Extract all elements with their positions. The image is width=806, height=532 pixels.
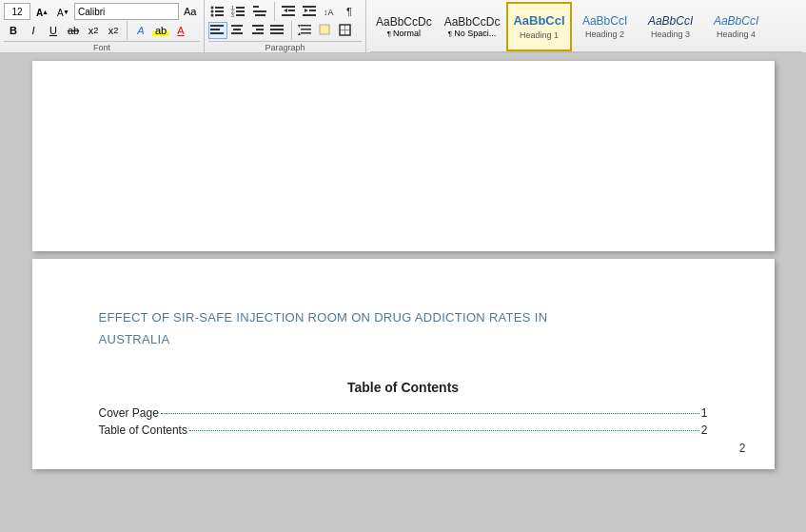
style-nospace-preview: AaBbCcDc: [444, 15, 501, 29]
font-name-input[interactable]: [74, 3, 179, 20]
svg-point-5: [211, 7, 214, 10]
page-1: [32, 61, 775, 251]
svg-point-7: [211, 10, 214, 13]
style-normal-preview: AaBbCcDc: [376, 15, 432, 29]
shading-btn[interactable]: [316, 22, 335, 39]
toc-page-toc: 2: [701, 424, 708, 437]
toc-dots-toc: [189, 430, 699, 431]
align-center-btn[interactable]: [228, 22, 247, 39]
borders-btn[interactable]: [336, 22, 355, 39]
svg-rect-37: [256, 29, 264, 30]
bold-btn[interactable]: B: [4, 22, 23, 39]
para-group-top: 1.2.3. ↕A ¶: [208, 2, 362, 21]
svg-rect-23: [282, 14, 295, 16]
svg-rect-6: [215, 7, 224, 9]
svg-rect-34: [233, 29, 241, 30]
toc-label-toc: Table of Contents: [99, 424, 187, 437]
toc-title: Table of Contents: [99, 380, 708, 395]
strikethrough-btn[interactable]: ab: [64, 22, 83, 39]
paragraph-group: 1.2.3. ↕A ¶: [205, 0, 366, 52]
highlight-btn[interactable]: ab: [151, 22, 170, 39]
style-heading4[interactable]: AaBbCcI Heading 4: [704, 2, 769, 51]
svg-text:Aa: Aa: [184, 6, 197, 17]
clear-format-btn[interactable]: Aa: [181, 3, 200, 20]
svg-rect-36: [252, 25, 264, 27]
italic-btn[interactable]: I: [24, 22, 43, 39]
page-2[interactable]: EFFECT OF SIR-SAFE INJECTION ROOM ON DRU…: [32, 259, 775, 469]
underline-btn[interactable]: U: [44, 22, 63, 39]
sort-btn[interactable]: ↕A: [322, 3, 341, 20]
svg-rect-31: [210, 29, 220, 30]
svg-rect-17: [253, 6, 259, 8]
svg-rect-26: [309, 10, 316, 11]
font-grow-btn[interactable]: A▲: [32, 3, 51, 20]
style-h4-label: Heading 4: [717, 30, 756, 39]
style-heading1[interactable]: AaBbCcI Heading 1: [506, 2, 571, 51]
svg-rect-40: [270, 29, 284, 30]
ribbon: A▲ A▼ Aa B I U ab x2 x2 A ab: [0, 0, 806, 53]
style-h1-preview: AaBbCcI: [513, 13, 564, 29]
toc-entry-cover: Cover Page 1: [99, 406, 708, 420]
align-right-btn[interactable]: [248, 22, 267, 39]
subscript-btn[interactable]: x2: [84, 22, 103, 39]
font-group-top: A▲ A▼ Aa: [4, 2, 200, 21]
svg-rect-42: [301, 25, 311, 27]
svg-text:▼: ▼: [63, 9, 69, 15]
font-group-label: Font: [4, 41, 200, 52]
style-heading3[interactable]: AaBbCcI Heading 3: [639, 2, 703, 51]
font-group-bottom: B I U ab x2 x2 A ab A: [4, 21, 200, 40]
toc-label-cover: Cover Page: [99, 406, 159, 420]
svg-rect-18: [253, 10, 266, 12]
svg-rect-30: [210, 25, 224, 27]
svg-rect-39: [270, 25, 284, 27]
style-h2-preview: AaBbCcI: [582, 14, 627, 28]
style-no-spacing[interactable]: AaBbCcDc ¶ No Spaci...: [439, 2, 506, 51]
style-h3-label: Heading 3: [651, 30, 690, 39]
align-left-btn[interactable]: [208, 22, 227, 39]
svg-rect-43: [301, 29, 311, 30]
sep1: [127, 21, 128, 40]
svg-point-9: [211, 14, 214, 17]
para-group-bottom: [208, 21, 362, 40]
line-spacing-btn[interactable]: [296, 22, 315, 39]
title-line1: EFFECT OF SIR-SAFE INJECTION ROOM ON DRU…: [99, 306, 708, 328]
svg-rect-12: [236, 7, 245, 9]
svg-rect-19: [255, 14, 265, 16]
style-normal[interactable]: AaBbCcDc ¶ Normal: [370, 2, 438, 51]
multilevel-list-btn[interactable]: [250, 3, 269, 20]
bullet-list-btn[interactable]: [208, 3, 227, 20]
font-color-btn[interactable]: A: [171, 22, 190, 39]
style-h3-preview: AaBbCcI: [648, 14, 693, 28]
svg-rect-33: [231, 25, 243, 27]
svg-rect-24: [303, 6, 316, 8]
increase-indent-btn[interactable]: [301, 3, 320, 20]
svg-rect-32: [210, 32, 224, 34]
sep3: [291, 21, 292, 40]
svg-text:3.: 3.: [231, 12, 235, 18]
svg-rect-20: [282, 6, 295, 8]
document-area: EFFECT OF SIR-SAFE INJECTION ROOM ON DRU…: [0, 53, 806, 532]
svg-rect-44: [301, 32, 311, 34]
toc-page-cover: 1: [701, 406, 708, 420]
style-h4-preview: AaBbCcI: [714, 14, 758, 28]
svg-rect-14: [236, 10, 245, 12]
justify-btn[interactable]: [268, 22, 287, 39]
numbered-list-btn[interactable]: 1.2.3.: [229, 3, 248, 20]
paragraph-group-label: Paragraph: [208, 41, 362, 52]
text-effects-btn[interactable]: A: [131, 22, 150, 39]
svg-marker-46: [298, 32, 301, 35]
font-size-input[interactable]: [4, 3, 30, 20]
svg-rect-8: [215, 10, 224, 12]
svg-text:¶: ¶: [346, 6, 352, 17]
font-shrink-btn[interactable]: A▼: [53, 3, 72, 20]
svg-rect-27: [303, 14, 316, 16]
decrease-indent-btn[interactable]: [280, 3, 299, 20]
superscript-btn[interactable]: x2: [104, 22, 123, 39]
svg-rect-47: [320, 25, 329, 34]
svg-rect-38: [252, 32, 264, 34]
styles-group: AaBbCcDc ¶ Normal AaBbCcDc ¶ No Spaci...…: [366, 0, 806, 52]
style-heading2[interactable]: AaBbCcI Heading 2: [573, 2, 638, 51]
svg-rect-35: [231, 32, 243, 34]
show-formatting-btn[interactable]: ¶: [343, 3, 362, 20]
svg-text:▲: ▲: [42, 9, 48, 15]
